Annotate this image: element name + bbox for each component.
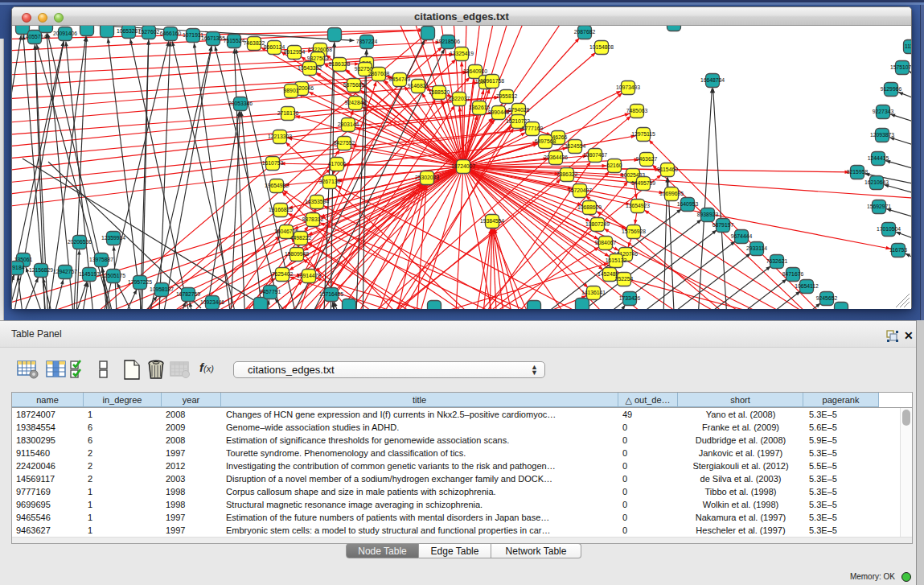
svg-text:19218506: 19218506 (436, 39, 460, 44)
svg-text:10958187: 10958187 (150, 286, 174, 292)
svg-text:20091406: 20091406 (53, 31, 77, 36)
svg-text:1615132: 1615132 (606, 257, 627, 263)
svg-text:9227343: 9227343 (873, 109, 894, 114)
svg-text:8427552: 8427552 (334, 140, 355, 146)
svg-text:10653287: 10653287 (117, 28, 141, 34)
svg-text:2718176: 2718176 (277, 110, 299, 116)
svg-text:16914479: 16914479 (297, 273, 321, 278)
svg-text:19654982: 19654982 (265, 183, 289, 188)
svg-text:3267130: 3267130 (319, 179, 341, 184)
svg-text:9674444: 9674444 (731, 233, 753, 239)
svg-text:17010504: 17010504 (877, 226, 901, 232)
svg-text:417006: 417006 (328, 161, 347, 167)
svg-text:62160: 62160 (607, 163, 622, 168)
svg-text:17957225: 17957225 (128, 279, 152, 285)
svg-text:14055714: 14055714 (23, 34, 47, 39)
svg-text:16671355: 16671355 (201, 35, 225, 41)
svg-text:6497568: 6497568 (535, 138, 556, 144)
svg-text:7632621: 7632621 (766, 258, 788, 264)
svg-text:25302033: 25302033 (415, 175, 439, 180)
svg-text:8471676: 8471676 (782, 271, 804, 277)
svg-text:18640910: 18640910 (463, 68, 487, 74)
svg-text:7857224: 7857224 (356, 39, 378, 44)
svg-text:1588520: 1588520 (429, 89, 450, 95)
svg-text:13975887: 13975887 (89, 257, 113, 262)
svg-text:6322037: 6322037 (449, 96, 470, 101)
svg-text:10543382: 10543382 (298, 65, 322, 71)
svg-text:1640953: 1640953 (677, 201, 699, 207)
svg-text:9084067: 9084067 (595, 240, 617, 245)
svg-text:8186328: 8186328 (329, 61, 351, 67)
svg-text:1527602: 1527602 (138, 29, 160, 35)
svg-text:15720407: 15720407 (568, 187, 592, 193)
svg-text:2933114: 2933114 (746, 245, 767, 251)
svg-text:9146821: 9146821 (408, 83, 429, 89)
svg-text:12093873: 12093873 (870, 132, 894, 138)
svg-text:1610753: 1610753 (262, 160, 284, 166)
svg-text:3624554: 3624554 (565, 143, 586, 149)
svg-text:1244415: 1244415 (868, 155, 889, 161)
svg-text:12359914: 12359914 (101, 235, 125, 241)
svg-text:15809948: 15809948 (285, 251, 309, 257)
svg-text:10654112: 10654112 (795, 283, 819, 289)
svg-text:1362615: 1362615 (469, 105, 491, 110)
svg-text:20206536: 20206536 (68, 239, 92, 245)
svg-text:16648784: 16648784 (700, 77, 725, 83)
svg-text:13325419: 13325419 (450, 51, 474, 56)
svg-text:16782759: 16782759 (176, 291, 200, 297)
svg-text:9129966: 9129966 (881, 86, 902, 92)
svg-text:252254: 252254 (615, 276, 634, 282)
svg-text:1145193: 1145193 (79, 271, 100, 277)
svg-text:2087682: 2087682 (574, 29, 596, 35)
svg-text:8938923: 8938923 (697, 212, 719, 217)
svg-text:13654923: 13654923 (626, 203, 650, 208)
svg-text:20053346: 20053346 (228, 101, 253, 106)
svg-text:2803144: 2803144 (338, 122, 359, 127)
svg-text:9327503: 9327503 (307, 56, 329, 61)
svg-text:98901: 98901 (284, 88, 299, 93)
svg-text:12942757: 12942757 (53, 269, 77, 274)
svg-text:6879197: 6879197 (713, 222, 734, 228)
svg-text:9463627: 9463627 (636, 156, 658, 162)
svg-text:8215958: 8215958 (847, 169, 869, 175)
svg-text:7515524: 7515524 (224, 38, 245, 43)
svg-text:39184: 39184 (12, 265, 25, 270)
svg-text:20364436: 20364436 (544, 154, 568, 160)
svg-text:18807249: 18807249 (585, 221, 610, 227)
svg-text:16210643: 16210643 (864, 179, 889, 185)
svg-text:10807487: 10807487 (583, 152, 607, 158)
svg-text:19384554: 19384554 (480, 218, 504, 224)
svg-text:8454749: 8454749 (389, 76, 411, 82)
svg-text:8878312: 8878312 (302, 216, 324, 222)
svg-text:7386322: 7386322 (556, 171, 578, 177)
svg-text:2867608: 2867608 (368, 71, 390, 76)
svg-text:19166825: 19166825 (269, 207, 293, 212)
svg-text:9242848: 9242848 (345, 100, 367, 105)
svg-text:12213303: 12213303 (268, 134, 292, 139)
svg-text:7625402: 7625402 (272, 271, 294, 277)
svg-text:15756928: 15756928 (622, 229, 646, 234)
svg-text:10961758: 10961758 (480, 78, 504, 84)
svg-text:7955812: 7955812 (496, 93, 518, 99)
svg-text:14136141: 14136141 (581, 290, 606, 295)
svg-text:8660124: 8660124 (264, 44, 285, 50)
svg-text:9777169: 9777169 (522, 126, 544, 131)
svg-text:8990448: 8990448 (488, 109, 510, 115)
svg-text:5875685: 5875685 (343, 82, 365, 88)
svg-text:7463822: 7463822 (244, 40, 265, 46)
svg-text:15751074: 15751074 (890, 64, 911, 70)
svg-text:4498222: 4498222 (290, 235, 312, 241)
svg-text:1733426: 1733426 (619, 295, 641, 301)
svg-text:6794028: 6794028 (508, 107, 530, 113)
svg-text:15692971: 15692971 (867, 204, 891, 209)
svg-text:10923446: 10923446 (200, 299, 224, 305)
svg-text:9115460: 9115460 (657, 167, 678, 172)
svg-text:12156829: 12156829 (29, 267, 53, 273)
svg-text:9245652: 9245652 (816, 295, 838, 301)
svg-text:10699695: 10699695 (659, 191, 684, 196)
svg-text:18724007: 18724007 (451, 163, 475, 169)
svg-text:6466160: 6466160 (160, 31, 182, 36)
svg-text:9457791: 9457791 (260, 289, 281, 295)
svg-text:10973493: 10973493 (616, 84, 640, 90)
svg-text:10688609: 10688609 (577, 204, 602, 210)
